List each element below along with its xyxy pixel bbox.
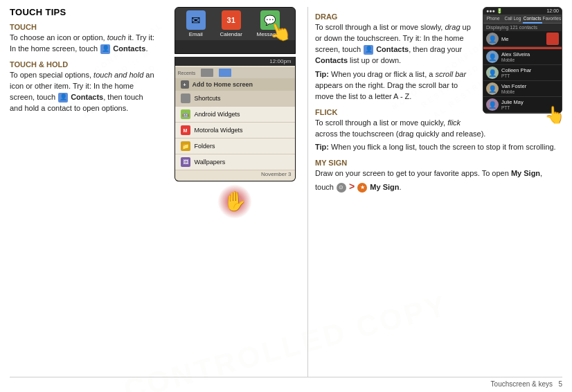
menu-item-wallpapers[interactable]: 🖼 Wallpapers bbox=[175, 154, 295, 170]
left-column: TOUCH TIPS TOUCH To choose an icon or op… bbox=[10, 7, 162, 377]
android-icon: 🤖 bbox=[181, 109, 190, 119]
page: TOUCH TIPS TOUCH To choose an icon or op… bbox=[0, 0, 572, 392]
mysign-body: Draw on your screen to get to your favor… bbox=[315, 168, 562, 193]
touch-hold-body: To open special options, touch and hold … bbox=[10, 70, 155, 114]
email-icon: ✉ bbox=[186, 10, 206, 30]
calendar-icon: 31 bbox=[222, 10, 241, 30]
main-title: TOUCH TIPS bbox=[10, 7, 155, 17]
email-label: Email bbox=[189, 31, 203, 37]
touch-hold-section-title: TOUCH & HOLD bbox=[10, 60, 155, 69]
contacts-icon-drag bbox=[364, 45, 373, 55]
menu-item-android-widgets[interactable]: 🤖 Android Widgets bbox=[175, 107, 295, 123]
contact-info-3: Van Foster Mobile bbox=[501, 83, 559, 94]
recent-app-thumb-2 bbox=[219, 69, 231, 77]
tab-favorites[interactable]: Favorites bbox=[542, 15, 562, 24]
mysign-orange-icon: ★ bbox=[357, 183, 367, 193]
recents-bar: Recents bbox=[175, 67, 295, 78]
rp-search-text: Displaying 121 contacts bbox=[486, 25, 537, 30]
phone-menu-screen: Recents + Add to Home screen Shortc bbox=[175, 66, 295, 181]
right-column: ●●● 🔋 12:00 Phone Call Log Contacts Favo… bbox=[307, 7, 562, 377]
calendar-label: Calendar bbox=[220, 31, 242, 37]
mysign-circle-icon: ⊙ bbox=[337, 183, 346, 193]
hold-gesture-circle: ✋ bbox=[217, 184, 252, 219]
menu-item-folders[interactable]: 📁 Folders bbox=[175, 139, 295, 154]
calendar-app-icon: 31 Calendar bbox=[220, 10, 242, 37]
phone-menu-screenshot: 12:00pm Recents + Add to Home screen bbox=[168, 57, 302, 181]
motorola-icon: M bbox=[181, 125, 190, 135]
tab-contacts[interactable]: Contacts bbox=[523, 15, 542, 24]
phone-status-bar: 12:00pm bbox=[175, 57, 295, 66]
wallpapers-label: Wallpapers bbox=[195, 159, 226, 166]
mysign-section-title: MY SIGN bbox=[315, 159, 562, 167]
rp-tabs-bar: Phone Call Log Contacts Favorites bbox=[483, 15, 562, 24]
motorola-widgets-label: Motorola Widgets bbox=[195, 127, 243, 134]
contact-avatar-2: 👤 bbox=[486, 66, 499, 79]
rp-search-bar: Displaying 121 contacts bbox=[483, 24, 562, 31]
phone-top-area: ✉ Email 31 Calendar 💬 Messaging bbox=[168, 7, 302, 54]
email-app-icon: ✉ Email bbox=[186, 10, 206, 37]
menu-item-shortcuts[interactable]: Shortcuts bbox=[175, 91, 295, 107]
contact-name-3: Van Foster bbox=[501, 83, 559, 89]
middle-column: ✉ Email 31 Calendar 💬 Messaging bbox=[162, 7, 307, 377]
me-info: Me bbox=[501, 36, 546, 42]
rp-signal: ●●● 🔋 bbox=[486, 8, 503, 14]
right-phone-frame: ●●● 🔋 12:00 Phone Call Log Contacts Favo… bbox=[483, 7, 562, 114]
mysign-arrow: > bbox=[349, 179, 355, 193]
shortcuts-icon bbox=[181, 93, 190, 103]
flick-tip: Tip: When you flick a long list, touch t… bbox=[315, 142, 562, 153]
contact-name-2: Colleen Phar bbox=[501, 67, 559, 73]
right-phone-area: ●●● 🔋 12:00 Phone Call Log Contacts Favo… bbox=[483, 7, 562, 125]
shortcuts-label: Shortcuts bbox=[195, 95, 221, 102]
wallpapers-icon: 🖼 bbox=[181, 157, 190, 167]
android-widgets-label: Android Widgets bbox=[195, 111, 240, 118]
contact-name-4: Julie May bbox=[501, 99, 559, 105]
menu-header-label: Add to Home screen bbox=[193, 81, 253, 88]
rp-status-bar: ●●● 🔋 12:00 bbox=[483, 8, 562, 15]
contact-avatar-3: 👤 bbox=[486, 82, 499, 95]
contact-avatar-1: 👤 bbox=[486, 51, 499, 63]
contact-row-1: 👤 Alex Silveira Mobile bbox=[483, 49, 562, 65]
folders-icon: 📁 bbox=[181, 141, 190, 151]
status-time: 12:00pm bbox=[269, 58, 291, 64]
contact-type-1: Mobile bbox=[501, 57, 559, 62]
contact-row-me: 👤 Me bbox=[483, 31, 562, 47]
november-label: November 3 bbox=[175, 170, 295, 178]
footer: Touchscreen & keys 5 bbox=[10, 377, 562, 388]
footer-page: 5 bbox=[558, 380, 562, 388]
me-name: Me bbox=[501, 36, 546, 42]
contact-type-3: Mobile bbox=[501, 89, 559, 94]
tab-calllog[interactable]: Call Log bbox=[503, 15, 522, 24]
hold-gesture-area: ✋ bbox=[168, 184, 302, 219]
recent-app-thumb bbox=[201, 69, 213, 77]
contact-info-2: Colleen Phar PTT bbox=[501, 67, 559, 78]
phone-top-screenshot: ✉ Email 31 Calendar 💬 Messaging bbox=[175, 7, 296, 54]
content-area: TOUCH TIPS TOUCH To choose an icon or op… bbox=[10, 7, 562, 377]
folders-label: Folders bbox=[195, 143, 215, 150]
contact-type-2: PTT bbox=[501, 73, 559, 78]
contact-avatar-4: 👤 bbox=[486, 98, 499, 111]
menu-item-motorola-widgets[interactable]: M Motorola Widgets bbox=[175, 123, 295, 139]
contact-row-3: 👤 Van Foster Mobile bbox=[483, 81, 562, 97]
contact-row-2: 👤 Colleen Phar PTT bbox=[483, 65, 562, 81]
contacts-icon-inline bbox=[100, 44, 110, 54]
footer-label: Touchscreen & keys bbox=[491, 380, 553, 388]
touch-section-title: TOUCH bbox=[10, 23, 155, 31]
contact-name-1: Alex Silveira bbox=[501, 51, 559, 57]
recents-label: Recents bbox=[178, 71, 196, 75]
me-photo-badge bbox=[546, 33, 559, 45]
contacts-icon-inline-2 bbox=[58, 93, 68, 103]
phone-menu-frame: 12:00pm Recents + Add to Home screen bbox=[175, 57, 296, 181]
rp-time: 12:00 bbox=[546, 8, 559, 14]
menu-header: + Add to Home screen bbox=[175, 78, 295, 91]
touch-body: To choose an icon or option, touch it. T… bbox=[10, 33, 155, 55]
menu-header-icon: + bbox=[181, 80, 189, 89]
me-avatar: 👤 bbox=[486, 33, 499, 45]
contact-info-1: Alex Silveira Mobile bbox=[501, 51, 559, 62]
tab-phone[interactable]: Phone bbox=[483, 15, 503, 24]
